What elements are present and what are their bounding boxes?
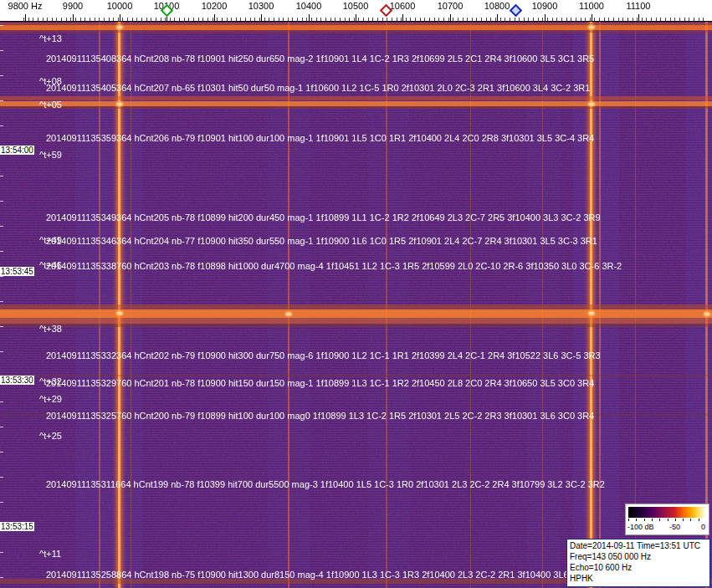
tick-mark [638,14,639,21]
interference-band [0,309,712,318]
signal-hotspot [588,102,595,106]
freq-tick-label: 9900 [63,1,83,11]
detection-log-line: 20140911135408364 hCnt208 nb-78 f10901 h… [46,54,594,64]
signal-hotspot [116,311,123,315]
detection-log-line: 20140911135338760 hCnt203 nb-78 f10898 h… [46,261,622,271]
interference-band [0,318,712,324]
signal-hotspot [116,102,123,106]
tick-mark [545,14,546,21]
ruler-minor-ticks [23,18,707,21]
tick-mark [309,14,310,21]
freq-tick-label: 10500 [343,1,369,11]
interference-band [0,324,712,327]
time-axis-label: 13:53:30 [0,376,34,385]
freq-tick-label: 10200 [202,1,228,11]
tick-mark [450,14,451,21]
tick-mark [402,14,403,21]
detection-log-line: 20140911135405364 hCnt207 nb-65 f10301 h… [46,83,590,93]
tick-mark [592,14,592,21]
interference-band [0,96,712,100]
freq-tick-label: 9800 Hz [8,1,43,11]
detection-log-line: 20140911135311664 hCnt199 nb-78 f10399 h… [46,479,605,489]
db-scale-label: -100 dB [627,523,654,531]
blue-frequency-marker-icon[interactable] [510,4,523,18]
detection-log-line: 20140911135325760 hCnt200 nb-79 f10899 h… [46,411,594,421]
detection-log-line: 20140911135329760 hCnt201 nb-78 f10900 h… [46,378,594,388]
tick-mark [261,14,262,21]
freq-tick-label: 10300 [248,1,274,11]
freq-tick-label: 10600 [390,1,416,11]
freq-tick-label: 11000 [579,1,604,11]
time-offset-mark: ^t+13 [39,33,62,43]
time-axis-label: 13:53:45 [0,267,34,276]
detection-log-line: 20140911135332364 hCnt202 nb-79 f10900 h… [46,350,601,360]
time-offset-mark: ^t+25 [39,431,62,441]
tick-mark [73,14,74,21]
db-gradient-bar [628,507,706,518]
info-station: HPHK [570,573,707,584]
freq-tick-label: 10800 [484,1,510,11]
db-scale-label: -50 [669,523,680,531]
info-echo: Echo=10 600 Hz [570,562,707,573]
frequency-ruler: 9800 Hz 9900 10000 10100 10200 10300 104… [0,0,712,22]
time-offset-mark: ^t+05 [39,100,62,110]
interference-band [0,106,712,109]
time-axis-label: 13:54:00 [0,146,34,155]
spectrogram-app-window: 9800 Hz 9900 10000 10100 10200 10300 104… [0,0,712,588]
info-frequency: Freq=143 050 000 Hz [570,551,707,562]
signal-hotspot [588,311,595,315]
time-axis-ticks [0,25,3,588]
tick-mark [25,14,26,21]
freq-tick-label: 11100 [627,1,651,11]
info-date-time: Date=2014-09-11 Time=13:51 UTC [570,540,707,551]
db-scale-ticks [628,519,706,521]
signal-hotspot [285,312,292,316]
tick-mark [214,14,215,21]
freq-tick-label: 10900 [532,1,558,11]
time-offset-mark: ^t+11 [39,549,61,559]
interference-band [0,375,712,376]
signal-hotspot [704,312,710,316]
spectrogram-canvas[interactable] [0,22,712,588]
db-scale-label: 0 [701,523,705,531]
freq-tick-label: 10700 [438,1,464,11]
time-offset-mark: ^t+38 [39,324,62,334]
detection-log-line: 20140911135346364 hCnt204 nb-77 f10900 h… [46,236,597,246]
time-axis-label: 13:53:15 [0,522,34,531]
db-color-scale: -100 dB -50 0 [625,504,709,535]
time-offset-mark: ^t+29 [39,394,62,404]
tick-mark [356,14,356,21]
tick-mark [120,14,120,21]
detection-log-line: 20140911135349364 hCnt205 nb-78 f10899 h… [46,212,601,222]
time-offset-mark: ^t+59 [39,150,62,160]
detection-log-line: 20140911135359364 hCnt206 nb-79 f10901 h… [46,133,594,143]
tick-mark [497,14,498,21]
freq-tick-label: 10000 [107,1,133,11]
signal-hotspot [116,25,123,29]
freq-tick-label: 10400 [296,1,322,11]
signal-hotspot [588,25,595,29]
status-info-box: Date=2014-09-11 Time=13:51 UTC Freq=143 … [566,539,710,587]
interference-band [0,30,712,33]
detection-log-line: 20140911135258864 hCnt198 nb-75 f10900 h… [46,570,576,580]
